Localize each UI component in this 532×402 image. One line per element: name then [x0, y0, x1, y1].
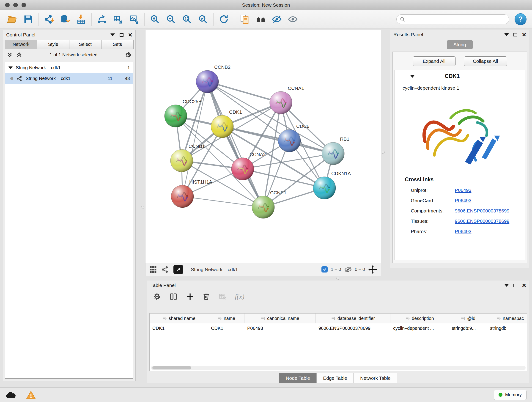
table-cell[interactable]: stringdb:9...	[449, 326, 487, 331]
crosslink-link[interactable]: P06493	[455, 229, 471, 234]
column-header--id[interactable]: @id	[449, 313, 487, 323]
refresh-button[interactable]	[217, 13, 230, 26]
crosslink-link[interactable]: 9606.ENSP00000378699	[455, 218, 509, 224]
add-column-icon[interactable]	[186, 293, 194, 301]
table-cell[interactable]: cyclin–dependent ...	[390, 326, 449, 331]
column-header-shared-name[interactable]: shared name	[150, 313, 208, 323]
string-show-glass-button[interactable]	[286, 13, 299, 26]
search-input[interactable]	[408, 16, 506, 22]
column-sort-icon[interactable]	[217, 316, 222, 321]
column-header-namespac[interactable]: namespac	[487, 313, 527, 323]
tab-style[interactable]: Style	[37, 40, 69, 49]
panel-float-icon[interactable]	[513, 33, 517, 36]
zoom-in-button[interactable]	[148, 13, 162, 26]
splitter-handle[interactable]	[336, 277, 339, 280]
horizontal-scrollbar-thumb[interactable]	[152, 366, 191, 370]
window-zoom-button[interactable]	[22, 3, 26, 7]
column-sort-icon[interactable]	[331, 316, 336, 321]
tab-network-table[interactable]: Network Table	[354, 373, 397, 383]
network-row[interactable]: String Network – cdk1 11 48	[5, 73, 133, 84]
expand-all-button[interactable]: Expand All	[413, 56, 456, 66]
window-close-button[interactable]	[5, 3, 10, 7]
string-homology-button[interactable]	[254, 13, 267, 26]
splitter-handle[interactable]	[141, 206, 144, 209]
show-columns-icon[interactable]	[169, 293, 177, 301]
table-cell[interactable]: CDK1	[150, 326, 208, 331]
network-collection-row[interactable]: String Network – cdk1 1	[5, 62, 133, 73]
collapse-all-icon[interactable]	[7, 52, 13, 58]
function-builder-button[interactable]: f(x)	[235, 293, 244, 300]
protein-section-header[interactable]: CDK1	[395, 70, 525, 82]
network-node-cdk1[interactable]: CDK1	[211, 109, 242, 138]
splitter-handle[interactable]	[382, 151, 385, 154]
window-minimize-button[interactable]	[13, 3, 18, 7]
zoom-fit-button[interactable]	[180, 13, 194, 26]
table-cell[interactable]: P06493	[244, 326, 316, 331]
import-network-file-button[interactable]	[42, 13, 56, 26]
horizontal-scrollbar-track[interactable]	[151, 366, 526, 370]
tab-sets[interactable]: Sets	[101, 40, 133, 49]
expand-all-icon[interactable]	[16, 52, 22, 58]
network-edge[interactable]	[182, 196, 263, 207]
string-hide-glass-button[interactable]	[270, 13, 283, 26]
column-header-description[interactable]: description	[390, 313, 449, 323]
tab-edge-table[interactable]: Edge Table	[317, 373, 354, 383]
column-header-canonical-name[interactable]: canonical name	[244, 313, 316, 323]
delete-column-trash-icon[interactable]	[202, 293, 210, 300]
crosslink-link[interactable]: P06493	[455, 198, 471, 203]
copy-view-button[interactable]	[238, 13, 251, 26]
cloud-icon[interactable]	[6, 391, 16, 399]
network-canvas[interactable]: CCNB2 CCNA1 CDC25B CDK1 CDC6 RB1 CCNB1 C…	[145, 30, 381, 263]
new-network-button[interactable]	[95, 13, 109, 26]
network-node-cdkn1a[interactable]: CDKN1A	[313, 171, 351, 199]
tab-network[interactable]: Network	[5, 40, 37, 49]
panel-menu-icon[interactable]	[110, 33, 115, 36]
panel-close-icon[interactable]: ×	[522, 31, 526, 38]
crosslink-link[interactable]: 9606.ENSP00000378699	[455, 208, 509, 214]
table-cell[interactable]: stringdb	[487, 326, 527, 331]
memory-button[interactable]: Memory	[494, 390, 526, 400]
gear-icon[interactable]	[125, 51, 132, 58]
export-image-button[interactable]	[127, 13, 141, 26]
warning-icon[interactable]	[26, 390, 36, 400]
column-header-name[interactable]: name	[208, 313, 244, 323]
crosslink-link[interactable]: P06493	[455, 187, 471, 193]
import-table-button[interactable]	[75, 13, 88, 26]
section-collapse-icon[interactable]	[410, 75, 415, 78]
network-node-ccna1[interactable]: CCNA1	[270, 85, 304, 114]
column-sort-icon[interactable]	[461, 316, 465, 321]
birdseye-share-icon[interactable]	[162, 266, 169, 273]
open-in-browser-button[interactable]	[173, 265, 183, 274]
column-sort-icon[interactable]	[496, 316, 501, 321]
zoom-out-button[interactable]	[164, 13, 177, 26]
tab-select[interactable]: Select	[69, 40, 101, 49]
network-edge[interactable]	[207, 82, 263, 207]
table-cell[interactable]: CDK1	[208, 326, 244, 331]
pan-crosshair-icon[interactable]	[368, 265, 377, 274]
export-table-button[interactable]	[111, 13, 125, 26]
tab-node-table[interactable]: Node Table	[279, 373, 317, 383]
zoom-selected-button[interactable]	[196, 13, 210, 26]
hidden-eye-slash-icon[interactable]	[344, 266, 352, 273]
table-row[interactable]: CDK1CDK1P064939606.ENSP00000378699cyclin…	[150, 323, 527, 333]
panel-close-icon[interactable]: ×	[522, 282, 526, 289]
import-network-database-button[interactable]	[58, 13, 72, 26]
string-tab[interactable]: String	[447, 40, 473, 49]
panel-float-icon[interactable]	[513, 284, 517, 287]
table-settings-gear-icon[interactable]	[153, 293, 161, 301]
panel-float-icon[interactable]	[120, 33, 123, 37]
open-session-button[interactable]	[6, 13, 19, 26]
network-node-ccnb1[interactable]: CCNB1	[171, 143, 205, 172]
network-node-rb1[interactable]: RB1	[322, 136, 349, 165]
network-node-hist1h1a[interactable]: HIST1H1A	[171, 179, 212, 208]
network-node-cdc25b[interactable]: CDC25B	[165, 99, 202, 127]
network-node-ccnb2[interactable]: CCNB2	[196, 64, 230, 93]
column-sort-icon[interactable]	[261, 316, 265, 321]
column-header-database-identifier[interactable]: database identifier	[316, 313, 390, 323]
panel-close-icon[interactable]: ×	[128, 32, 132, 38]
table-cell[interactable]: 9606.ENSP00000378699	[316, 326, 390, 331]
network-edge[interactable]	[222, 127, 333, 153]
help-button[interactable]: ?	[515, 13, 526, 25]
column-sort-icon[interactable]	[162, 316, 167, 321]
selected-checkbox-icon[interactable]	[322, 266, 328, 273]
